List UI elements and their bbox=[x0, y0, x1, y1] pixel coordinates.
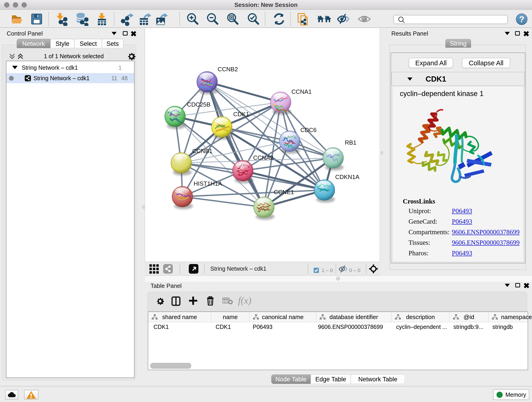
svg-text:CCNA2: CCNA2 bbox=[253, 154, 273, 161]
svg-text:RB1: RB1 bbox=[345, 139, 356, 146]
svg-text:CCNE1: CCNE1 bbox=[274, 189, 294, 196]
svg-text:CCNB2: CCNB2 bbox=[218, 66, 238, 73]
svg-text:CCNB1: CCNB1 bbox=[192, 148, 212, 154]
svg-text:CDC25B: CDC25B bbox=[187, 101, 210, 108]
svg-text:CDK1: CDK1 bbox=[233, 111, 249, 118]
svg-text:CDC6: CDC6 bbox=[300, 127, 317, 133]
svg-text:HIST1H1A: HIST1H1A bbox=[194, 180, 222, 187]
svg-text:CDKN1A: CDKN1A bbox=[335, 173, 360, 180]
svg-text:CCNA1: CCNA1 bbox=[291, 88, 312, 95]
